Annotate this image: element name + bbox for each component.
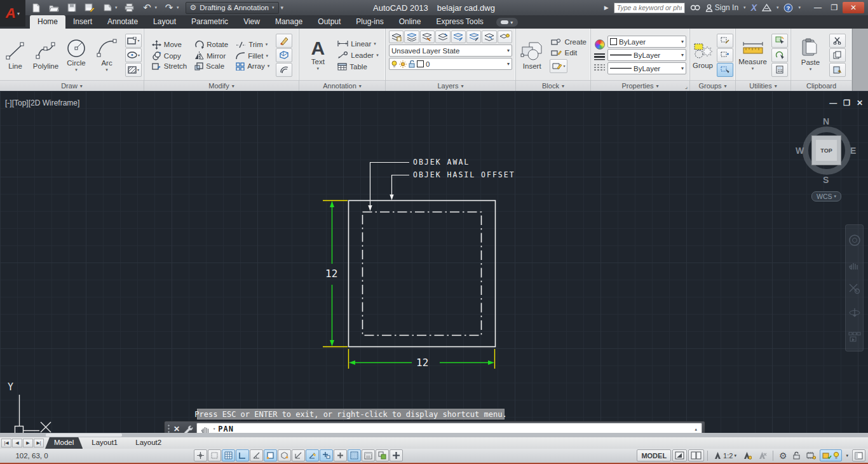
table-button[interactable]: Table [336,62,379,71]
tab-layout1[interactable]: Layout1 [83,437,126,449]
layer-state-dropdown[interactable]: Unsaved Layer State ▾ [389,44,512,57]
circle-button[interactable]: Circle ▾ [63,36,90,74]
snap-mode-toggle[interactable] [208,449,221,461]
tab-plugins[interactable]: Plug-ins [348,15,391,29]
panel-label-clipboard[interactable]: Clipboard [791,80,851,91]
plot-caret-icon[interactable]: ▾ [115,5,118,10]
copy-clip-button[interactable] [829,48,846,62]
offset-button[interactable] [276,63,292,77]
sign-in-button[interactable]: Sign In [705,3,738,12]
object-color-dropdown[interactable]: ByLayer ▾ [607,36,686,48]
linetype-icon[interactable] [594,64,605,71]
trim-button[interactable]: Trim ▾ [234,40,271,50]
rotate-button[interactable]: Rotate [193,39,229,50]
lineweight-icon[interactable] [594,53,605,60]
sign-in-caret-icon[interactable]: ▾ [743,5,746,10]
tab-output[interactable]: Output [310,15,348,29]
workspace-switching-button[interactable]: ⚙ [776,449,790,461]
quick-select-button[interactable] [771,34,788,48]
horizontal-scrollbar[interactable] [0,433,868,437]
panel-label-layers[interactable]: Layers▾ [386,80,515,91]
properties-dialog-launcher-icon[interactable]: ⌟ [685,83,688,90]
redo-icon[interactable]: ↷ [163,2,175,13]
object-snap-toggle[interactable] [264,449,277,461]
undo-caret-icon[interactable]: ▾ [155,5,158,10]
group-edit-button[interactable] [717,48,733,62]
erase-button[interactable] [276,34,292,48]
command-history-caret-icon[interactable]: ▴ [695,426,698,432]
outer-square[interactable] [349,201,496,347]
autodesk360-caret-icon[interactable]: ▾ [776,5,779,10]
workspace-dropdown[interactable]: ⚙ Drafting & Annotation ▾ [186,2,279,14]
inner-offset-square[interactable] [363,212,482,336]
panel-label-properties[interactable]: Properties▾ ⌟ [591,80,689,91]
tab-home[interactable]: Home [30,15,65,29]
text-button[interactable]: A Text ▾ [304,38,331,72]
rectangle-button[interactable]: ▾ [125,34,142,48]
isolate-objects-button[interactable] [820,449,842,461]
infocenter-collapse-icon[interactable]: ▶ [604,4,609,11]
ellipse-button[interactable]: ▾ [125,48,142,62]
ortho-mode-toggle[interactable] [236,449,249,461]
tab-parametric[interactable]: Parametric [184,15,236,29]
quick-view-layouts-button[interactable] [672,449,687,461]
toolbar-lock-button[interactable] [790,449,803,461]
status-overflow-caret-icon[interactable]: ▾ [843,449,851,461]
group-button[interactable]: Group [692,40,714,71]
clean-screen-button[interactable] [852,449,865,461]
layer-lock-button[interactable] [466,31,481,43]
lineweight-display-toggle[interactable] [334,449,347,461]
hardware-acceleration-button[interactable] [804,449,818,461]
plot-icon[interactable] [102,2,113,13]
layer-state-button[interactable] [404,31,419,43]
drawing-canvas[interactable]: [-][Top][2D Wireframe] — ❐ ✕ N W E S TOP… [0,91,868,437]
layer-freeze-button[interactable] [451,31,466,43]
line-button[interactable]: Line [2,39,29,71]
search-icon[interactable] [690,4,700,12]
polyline-button[interactable]: Polyline [32,39,59,71]
autoscale-button[interactable] [756,449,770,461]
layer-off-button[interactable] [420,31,435,43]
cut-button[interactable] [829,34,846,48]
scale-button[interactable]: Scale [193,62,229,71]
annotation-visibility-button[interactable] [740,449,754,461]
search-input[interactable] [614,3,685,13]
close-button[interactable]: ✕ [843,2,864,13]
dynamic-ucs-toggle[interactable] [306,449,319,461]
layer-isolate-button[interactable] [435,31,450,43]
tab-annotate[interactable]: Annotate [100,15,146,29]
transparency-toggle[interactable] [348,449,361,461]
object-color-icon[interactable] [595,39,605,50]
group-selection-toggle[interactable] [717,63,733,77]
fillet-button[interactable]: Fillet ▾ [234,51,271,60]
leader-button[interactable]: Leader ▾ [336,51,379,60]
tab-online[interactable]: Online [391,15,429,29]
explode-button[interactable] [276,48,292,62]
layer-properties-button[interactable] [389,31,403,43]
panel-label-draw[interactable]: Draw▾ [0,80,144,91]
object-snap-tracking-toggle[interactable] [292,449,305,461]
help-caret-icon[interactable]: ▾ [798,5,801,10]
panel-label-utilities[interactable]: Utilities▾ [736,80,790,91]
panel-label-block[interactable]: Block▾ [516,80,590,91]
new-file-icon[interactable] [31,2,42,13]
quick-calc-cursor-button[interactable] [771,48,788,62]
infer-constraints-toggle[interactable] [194,449,207,461]
linetype-dropdown[interactable]: ByLayer ▾ [607,62,686,74]
grid-display-toggle[interactable] [222,449,235,461]
dynamic-input-toggle[interactable] [320,449,333,461]
quick-view-drawings-button[interactable] [688,449,704,461]
coordinates-display[interactable]: 102, 63, 0 [0,452,64,460]
polar-tracking-toggle[interactable] [250,449,263,461]
edit-block-button[interactable]: Edit [550,48,578,57]
annotation-scale-button[interactable]: 1:2 ▾ [711,449,739,461]
panel-label-modify[interactable]: Modify▾ [144,80,299,91]
tab-insert[interactable]: Insert [65,15,100,29]
tab-model[interactable]: Model [45,437,83,449]
undo-icon[interactable]: ↶ [142,2,153,13]
print-icon[interactable] [124,2,135,13]
paste-special-button[interactable] [829,63,846,77]
last-tab-button[interactable]: ▶| [34,439,44,447]
open-file-icon[interactable] [48,2,60,13]
layer-dropdown[interactable]: 0 ▾ [389,58,512,70]
